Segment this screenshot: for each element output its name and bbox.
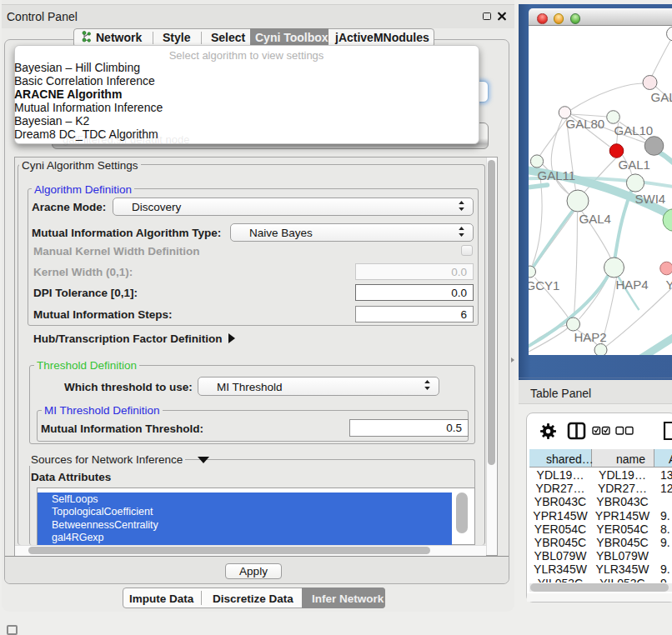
svg-text:GAL1: GAL1	[618, 158, 649, 172]
svg-text:GAL10: GAL10	[614, 123, 653, 138]
svg-text:SWI4: SWI4	[634, 192, 665, 206]
svg-text:GCY1: GCY1	[529, 278, 559, 292]
svg-text:GAL80: GAL80	[565, 117, 604, 131]
svg-text:HAP2: HAP2	[574, 330, 606, 344]
svg-text:HAP4: HAP4	[615, 278, 648, 292]
svg-text:GAL11: GAL11	[537, 168, 575, 182]
svg-text:GAL4: GAL4	[579, 212, 610, 226]
svg-text:YD: YD	[665, 278, 672, 292]
svg-text:GAL7: GAL7	[650, 90, 672, 104]
